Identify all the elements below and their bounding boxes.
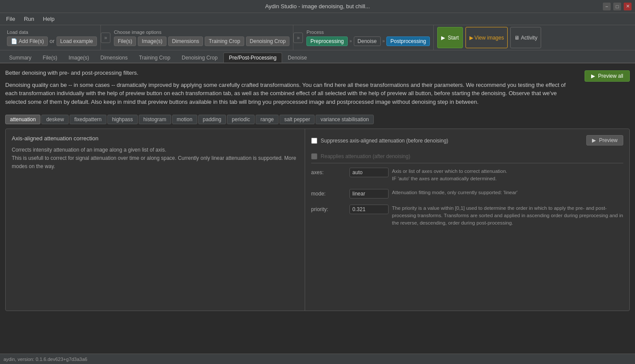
choose-image-controls: File(s) Image(s) Dimensions Training Cro… [114, 36, 289, 46]
denoise-button[interactable]: Denoise [354, 36, 381, 46]
process-section: Process Preprocessing » Denoise » Postpr… [303, 25, 434, 50]
axes-label: axes: [311, 168, 346, 175]
menu-help[interactable]: Help [40, 14, 58, 23]
or-label: or [50, 38, 55, 44]
attenuation-panel: Axis-aligned attenuation correction Corr… [5, 129, 630, 311]
load-data-controls: 📄 Add File(s) or Load example [7, 36, 97, 46]
axes-input[interactable] [349, 168, 389, 177]
preview-button[interactable]: Preview [586, 135, 623, 146]
denoising-crop-tab-btn[interactable]: Denoising Crop [246, 36, 290, 46]
left-panel: Axis-aligned attenuation correction Corr… [6, 129, 305, 311]
window-title: Aydin Studio - image denoising, but chil… [265, 3, 370, 10]
fields-table: axes: Axis or list of axes over which to… [311, 168, 623, 227]
tab-pre-post-processing[interactable]: Pre/Post-Processing [223, 53, 282, 63]
file-icon: 📄 [11, 38, 17, 44]
proc-arrow-1: » [349, 39, 352, 43]
panel-description: Corrects intensity attenuation of an ima… [12, 146, 299, 171]
subtab-attenuation[interactable]: attenuation [5, 115, 40, 124]
mode-input[interactable] [349, 189, 389, 199]
play-icon [441, 35, 446, 41]
add-files-button[interactable]: 📄 Add File(s) [7, 36, 48, 46]
tab-denoise[interactable]: Denoise [282, 53, 313, 63]
view-images-button[interactable]: ▶ View images [465, 27, 508, 48]
maximize-button[interactable]: □ [613, 3, 621, 10]
tab-dimensions[interactable]: Dimensions [95, 53, 133, 63]
image-to-process-arrow: » [293, 33, 303, 43]
panel-title: Axis-aligned attenuation correction [12, 135, 299, 142]
subtab-range[interactable]: range [256, 115, 279, 124]
main-tabs: Summary File(s) Image(s) Dimensions Trai… [0, 50, 635, 63]
subtab-salt-pepper[interactable]: salt pepper [279, 115, 315, 124]
action-section: Start ▶ View images 🖥 Activity [434, 25, 545, 50]
preview-play-icon [592, 137, 597, 143]
minimize-button[interactable]: − [603, 3, 611, 10]
reapply-checkbox-row: Reapplies attenuation (after denoising) [311, 153, 623, 159]
subtab-padding[interactable]: padding [198, 115, 226, 124]
mode-description: Attenuation fitting mode, only currently… [392, 189, 623, 196]
tab-summary[interactable]: Summary [3, 53, 37, 63]
tab-images[interactable]: Image(s) [63, 53, 95, 63]
status-bar: aydin, version: 0.1.6.dev623+g7d3a3a6 [0, 354, 635, 364]
process-controls: Preprocessing » Denoise » Postprocessing [306, 36, 430, 46]
files-tab-btn[interactable]: File(s) [114, 36, 136, 46]
description-long: Denoising quality can be -- in some case… [5, 81, 576, 106]
choose-image-section: Choose image options File(s) Image(s) Di… [110, 25, 293, 50]
subtab-highpass[interactable]: highpass [107, 115, 138, 124]
suppress-label: Suppresses axis-aligned attenuation (bef… [321, 138, 449, 144]
tab-training-crop[interactable]: Training Crop [133, 53, 176, 63]
preview-all-button[interactable]: Preview all [585, 70, 630, 82]
axes-field-row: axes: Axis or list of axes over which to… [311, 168, 623, 183]
load-example-button[interactable]: Load example [57, 36, 97, 46]
status-text: aydin, version: 0.1.6.dev623+g7d3a3a6 [3, 357, 87, 362]
tab-denoising-crop[interactable]: Denoising Crop [176, 53, 223, 63]
preprocessing-button[interactable]: Preprocessing [306, 36, 348, 46]
subtab-variance-stabilisation[interactable]: variance stabilisation [316, 115, 373, 124]
reapply-checkbox[interactable] [311, 153, 317, 159]
training-crop-tab-btn[interactable]: Training Crop [205, 36, 244, 46]
preview-all-container: Preview all [585, 69, 630, 82]
subtab-motion[interactable]: motion [172, 115, 197, 124]
title-bar: Aydin Studio - image denoising, but chil… [0, 0, 635, 13]
description-row: Better denoising with pre- and post-proc… [5, 69, 630, 109]
priority-description: The priority is a value within [0,1] use… [392, 205, 623, 227]
priority-input[interactable] [349, 205, 389, 214]
sub-tabs: attenuation deskew fixedpattern highpass… [5, 115, 630, 124]
close-button[interactable]: ✕ [624, 3, 632, 10]
subtab-periodic[interactable]: periodic [227, 115, 255, 124]
load-to-image-arrow: » [101, 33, 110, 43]
arrow-right-icon: » [104, 35, 107, 41]
menu-run[interactable]: Run [20, 14, 38, 23]
chevron-right-icon: ▶ [469, 35, 473, 41]
reapply-label: Reapplies attenuation (after denoising) [321, 153, 410, 159]
window-controls: − □ ✕ [603, 3, 632, 10]
images-tab-btn[interactable]: Image(s) [138, 36, 166, 46]
axes-description: Axis or list of axes over which to corre… [392, 168, 623, 183]
tab-files[interactable]: File(s) [37, 53, 63, 63]
separator [311, 163, 623, 163]
menu-bar: File Run Help [0, 13, 635, 25]
toolbar: Load data 📄 Add File(s) or Load example … [0, 25, 635, 50]
start-button[interactable]: Start [437, 27, 462, 48]
monitor-icon: 🖥 [514, 35, 519, 41]
subtab-fixedpattern[interactable]: fixedpattern [70, 115, 106, 124]
subtab-deskew[interactable]: deskew [41, 115, 69, 124]
choose-image-label: Choose image options [114, 30, 289, 35]
right-top-row: Suppresses axis-aligned attenuation (bef… [311, 135, 623, 150]
subtab-histogram[interactable]: histogram [139, 115, 171, 124]
suppress-checkbox[interactable] [311, 138, 317, 144]
process-label: Process [306, 30, 430, 35]
mode-label: mode: [311, 189, 346, 197]
menu-file[interactable]: File [3, 14, 19, 23]
activity-button[interactable]: 🖥 Activity [510, 27, 541, 48]
arrow-right-icon-2: » [297, 35, 300, 41]
priority-field-row: priority: The priority is a value within… [311, 205, 623, 227]
description-text-block: Better denoising with pre- and post-proc… [5, 69, 576, 109]
description-short: Better denoising with pre- and post-proc… [5, 69, 576, 77]
preview-all-play-icon [591, 73, 596, 79]
load-data-label: Load data [7, 30, 97, 35]
load-data-section: Load data 📄 Add File(s) or Load example [3, 25, 101, 50]
dimensions-tab-btn[interactable]: Dimensions [168, 36, 203, 46]
postprocessing-button[interactable]: Postprocessing [386, 36, 430, 46]
right-panel: Suppresses axis-aligned attenuation (bef… [305, 129, 629, 311]
priority-label: priority: [311, 205, 346, 212]
